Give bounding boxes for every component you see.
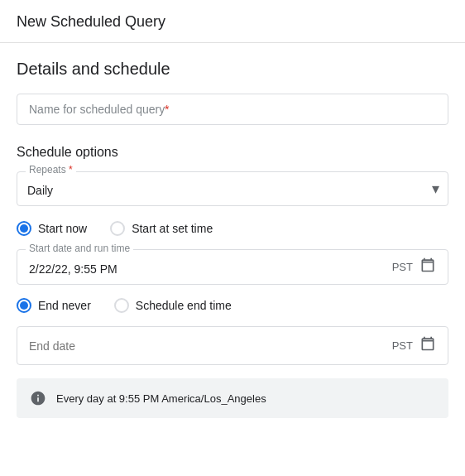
start-now-radio-circle [17,221,31,236]
end-never-label[interactable]: End never [17,298,91,313]
end-never-radio-circle [17,298,31,313]
schedule-end-time-label[interactable]: Schedule end time [114,298,232,313]
schedule-end-time-text: Schedule end time [136,299,232,312]
info-icon [30,390,46,406]
end-never-text: End never [38,299,91,312]
name-input[interactable] [29,103,436,116]
end-timezone: PST [392,339,413,352]
repeats-select[interactable]: Daily Weekly Monthly Custom [27,184,418,197]
info-box: Every day at 9:55 PM America/Los_Angeles [17,378,448,418]
start-set-time-radio-circle [110,221,125,236]
info-text: Every day at 9:55 PM America/Los_Angeles [56,392,266,405]
section-title: Details and schedule [17,60,448,79]
name-input-wrapper: * [17,94,448,125]
start-date-wrapper: Start date and run time PST [17,249,448,285]
start-date-label: Start date and run time [26,243,133,254]
repeats-fieldset: Repeats * Daily Weekly Monthly Custom ▾ [17,171,448,206]
start-now-text: Start now [38,222,87,235]
schedule-end-time-radio-circle [114,298,129,313]
calendar-icon[interactable] [419,257,436,277]
start-radio-group: Start now Start at set time [17,221,448,236]
page-header: New Scheduled Query [0,0,465,43]
start-set-time-label[interactable]: Start at set time [110,221,213,236]
end-date-input[interactable] [29,339,392,353]
page-title: New Scheduled Query [17,13,165,30]
end-radio-group: End never Schedule end time [17,298,448,313]
start-now-label[interactable]: Start now [17,221,87,236]
start-set-time-text: Start at set time [132,222,213,235]
end-date-wrapper: PST [17,326,448,365]
start-timezone: PST [392,261,413,273]
repeats-select-wrapper: Daily Weekly Monthly Custom ▾ [17,172,448,205]
required-indicator: * [165,103,169,116]
select-arrow-icon: ▾ [432,180,439,198]
schedule-section-title: Schedule options [17,145,448,160]
start-date-input[interactable] [29,259,392,276]
end-calendar-icon[interactable] [419,335,436,356]
